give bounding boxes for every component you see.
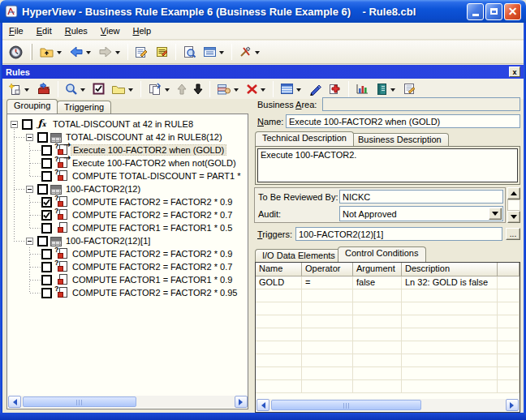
tree-item[interactable]: 100-FACTOR2(12)[1] xyxy=(7,234,248,247)
tab-business-description[interactable]: Business Description xyxy=(351,133,449,146)
tree-checkbox[interactable] xyxy=(37,132,48,143)
maximize-button[interactable] xyxy=(485,3,502,20)
expander-minus-icon[interactable] xyxy=(26,134,33,141)
scrollbar-thumb[interactable] xyxy=(23,396,136,407)
tree-item[interactable]: COMPUTE FACTOR2 = FACTOR2 * 0.9 xyxy=(7,247,248,260)
table-row[interactable]: GOLD=falseLn 32: GOLD is false xyxy=(256,276,520,289)
folder-up-button[interactable] xyxy=(37,45,65,60)
tree-checkbox[interactable] xyxy=(41,158,52,169)
scroll-left-button[interactable] xyxy=(257,399,269,411)
tree-checkbox[interactable] xyxy=(37,236,48,246)
tree-checkbox[interactable] xyxy=(41,288,52,298)
assign-user-button[interactable] xyxy=(214,81,242,97)
tree-checkbox[interactable] xyxy=(41,145,52,156)
column-header[interactable]: Name xyxy=(256,263,302,276)
grid-view-button[interactable] xyxy=(278,81,304,96)
menu-view[interactable]: View xyxy=(94,24,127,37)
tree-checkbox[interactable] xyxy=(41,262,52,272)
delete-button[interactable] xyxy=(244,82,269,96)
business-area-input[interactable] xyxy=(322,97,520,111)
triggers-input[interactable] xyxy=(295,227,502,241)
dropdown-caret-icon[interactable] xyxy=(390,88,395,94)
tree-item[interactable]: COMPUTE FACTOR2 = FACTOR2 * 0.9 xyxy=(7,195,248,208)
reviewed-by-input[interactable] xyxy=(339,190,503,204)
table-row[interactable] xyxy=(256,302,520,315)
tools-button[interactable] xyxy=(236,44,263,60)
hyperview-clock-button[interactable] xyxy=(6,44,25,61)
triggers-more-button[interactable]: ... xyxy=(506,228,520,240)
table-row[interactable] xyxy=(256,354,520,367)
chart-button[interactable] xyxy=(353,81,372,96)
properties-button[interactable] xyxy=(132,44,151,60)
expander-minus-icon[interactable] xyxy=(26,186,33,193)
detail-scroll-up-button[interactable] xyxy=(507,187,520,199)
back-button[interactable] xyxy=(67,44,94,60)
report-properties-button[interactable] xyxy=(400,81,419,97)
table-row[interactable] xyxy=(256,367,520,380)
new-rule-button[interactable] xyxy=(6,81,32,97)
search-document-button[interactable] xyxy=(180,44,199,60)
scroll-right-button[interactable] xyxy=(506,399,519,411)
tree-item[interactable]: ƒxTOTAL-DISCOUNT at 42 in RULE8 xyxy=(7,118,248,131)
expander-minus-icon[interactable] xyxy=(11,121,18,128)
tree-item[interactable]: COMPUTE FACTOR2 = FACTOR2 * 0.7 xyxy=(7,208,248,221)
menu-rules[interactable]: Rules xyxy=(58,24,94,37)
search-rules-button[interactable] xyxy=(63,81,88,97)
rules-panel-close-button[interactable]: x xyxy=(509,66,520,77)
tree-checkbox[interactable] xyxy=(41,275,52,285)
table-row[interactable] xyxy=(256,380,520,393)
table-row[interactable] xyxy=(256,341,520,354)
table-horizontal-scrollbar[interactable] xyxy=(257,399,519,411)
audit-combobox[interactable]: Not Approved xyxy=(339,206,503,221)
dropdown-caret-icon[interactable] xyxy=(234,88,239,94)
tree-checkbox[interactable] xyxy=(41,249,52,259)
column-header[interactable]: Argument xyxy=(353,263,402,276)
minimize-button[interactable] xyxy=(467,3,484,20)
dropdown-caret-icon[interactable] xyxy=(255,51,260,57)
column-header[interactable]: Operator xyxy=(302,263,353,276)
tree-horizontal-scrollbar[interactable] xyxy=(8,396,248,408)
tree-item[interactable]: Execute 100-FACTOR2 when (GOLD) xyxy=(7,144,248,156)
tree-checkbox[interactable] xyxy=(37,184,48,195)
close-button[interactable]: ✕ xyxy=(504,3,521,20)
tree-checkbox[interactable] xyxy=(41,223,52,234)
tab-technical-description[interactable]: Technical Description xyxy=(255,131,354,146)
dropdown-caret-icon[interactable] xyxy=(296,88,301,94)
expander-minus-icon[interactable] xyxy=(26,238,33,245)
title-bar[interactable]: HyperView - Business Rule Example 6 (Bus… xyxy=(0,0,526,23)
audit-dropdown-button[interactable] xyxy=(489,208,502,220)
dropdown-caret-icon[interactable] xyxy=(165,88,170,94)
tab-control-conditions[interactable]: Control Conditions xyxy=(338,246,426,262)
tree-item[interactable]: 100-FACTOR2(12) xyxy=(7,182,248,195)
dropdown-caret-icon[interactable] xyxy=(128,88,133,94)
scroll-left-button[interactable] xyxy=(8,396,21,408)
column-header[interactable]: Description xyxy=(402,263,498,276)
folder-button[interactable] xyxy=(109,82,136,96)
dropdown-caret-icon[interactable] xyxy=(24,88,29,94)
tree-item[interactable]: COMPUTE FACTOR2 = FACTOR2 * 0.95 xyxy=(7,286,248,299)
tree-checkbox[interactable] xyxy=(41,171,52,182)
tab-grouping[interactable]: Grouping xyxy=(6,99,58,114)
dropdown-caret-icon[interactable] xyxy=(219,51,224,57)
move-down-button[interactable] xyxy=(191,82,205,96)
technical-description-text[interactable]: Execute 100-FACTOR2. xyxy=(257,148,518,182)
audit-add-button[interactable] xyxy=(326,81,344,97)
tab-io-data-elements[interactable]: I/O Data Elements xyxy=(255,249,343,262)
tree-item[interactable]: COMPUTE FACTOR1 = FACTOR1 * 0.5 xyxy=(7,221,248,234)
tree-checkbox[interactable] xyxy=(41,197,52,208)
forward-button[interactable] xyxy=(96,44,123,60)
dropdown-caret-icon[interactable] xyxy=(80,88,85,94)
scroll-right-button[interactable] xyxy=(235,396,248,408)
tree-checkbox[interactable] xyxy=(41,210,52,221)
tree-item[interactable]: COMPUTE TOTAL-DISCOUNT = PART1 * xyxy=(7,169,248,182)
menu-file[interactable]: File xyxy=(2,24,30,37)
dropdown-caret-icon[interactable] xyxy=(115,51,120,57)
notepad-button[interactable] xyxy=(153,44,171,60)
scrollbar-thumb[interactable] xyxy=(271,400,421,410)
menu-help[interactable]: Help xyxy=(127,24,158,37)
name-input[interactable] xyxy=(286,114,520,128)
table-row[interactable] xyxy=(256,315,520,328)
table-row[interactable] xyxy=(256,289,520,302)
move-up-button[interactable] xyxy=(175,82,189,96)
tab-triggering[interactable]: Triggering xyxy=(57,101,111,114)
